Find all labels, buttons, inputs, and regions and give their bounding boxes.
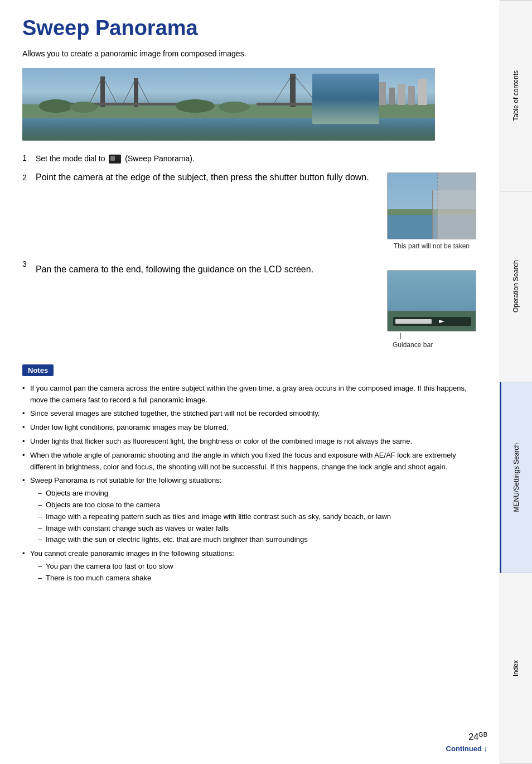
step-1: 1 Set the mode dial to (Sweep Panorama). (22, 153, 476, 165)
page-number: 24GB (468, 731, 487, 742)
svg-rect-21 (408, 86, 415, 105)
sidebar-tab-toc[interactable]: Table of contents (500, 0, 532, 191)
svg-rect-29 (388, 209, 476, 215)
svg-point-23 (39, 99, 72, 113)
svg-rect-20 (398, 84, 405, 105)
svg-rect-0 (22, 68, 435, 107)
unsuitable-item-3: Image with a repeating pattern such as t… (38, 511, 476, 523)
cannot-create-item-2: There is too much camera shake (38, 573, 476, 584)
step-2-caption: This part will not be taken (394, 242, 470, 250)
step-2-container: Point the camera at the edge of the subj… (36, 172, 476, 250)
step-2-number: 2 (22, 172, 36, 182)
svg-line-14 (318, 76, 337, 104)
cannot-create-list: You pan the camera too fast or too slow … (30, 561, 476, 584)
note-item-7: You cannot create panoramic images in th… (22, 548, 476, 584)
note-item-1: If you cannot pan the camera across the … (22, 383, 476, 406)
notes-header: Notes (22, 364, 54, 376)
sidebar-tab-menu-label: MENU/Settings Search (512, 443, 521, 512)
camera-preview-image (387, 172, 476, 239)
step-2: 2 Point the camera at the edge of the su… (22, 172, 476, 250)
note-item-6: Sweep Panorama is not suitable for the f… (22, 475, 476, 546)
steps-section: 1 Set the mode dial to (Sweep Panorama).… (22, 153, 476, 349)
unsuitable-item-2: Objects are too close to the camera (38, 499, 476, 511)
svg-point-24 (70, 102, 98, 113)
step-1-text: Set the mode dial to (Sweep Panorama). (36, 153, 476, 165)
svg-rect-3 (100, 76, 105, 107)
note-item-4: Under lights that flicker such as fluore… (22, 436, 476, 448)
svg-rect-19 (389, 88, 395, 105)
step-3-container: Pan the camera to the end, following the… (36, 265, 476, 349)
step-2-image-block: This part will not be taken (387, 172, 476, 250)
sidebar-tab-operation[interactable]: Operation Search (500, 191, 532, 382)
page-title: Sweep Panorama (22, 17, 476, 40)
svg-rect-30 (438, 173, 476, 239)
notes-list: If you cannot pan the camera across the … (22, 383, 476, 584)
svg-rect-10 (290, 74, 296, 107)
right-sidebar: Table of contents Operation Search MENU/… (500, 0, 532, 764)
svg-rect-16 (257, 103, 374, 105)
svg-rect-18 (379, 82, 386, 105)
svg-rect-35 (395, 319, 432, 324)
sidebar-tab-menu[interactable]: MENU/Settings Search (500, 382, 532, 573)
svg-rect-1 (22, 116, 435, 141)
unsuitable-item-5: Image with the sun or electric lights, e… (38, 534, 476, 546)
svg-rect-17 (368, 85, 376, 105)
guidance-bar-label: Guidance bar (393, 341, 433, 349)
note-item-3: Under low light conditions, panoramic im… (22, 422, 476, 434)
sweep-unsuitable-list: Objects are moving Objects are too close… (30, 488, 476, 546)
page-footer: 24GB Continued ↓ (446, 731, 487, 753)
svg-rect-22 (418, 79, 427, 105)
step-3-image-block: Guidance bar (387, 265, 476, 349)
svg-line-15 (337, 76, 357, 104)
sidebar-tab-index-label: Index (512, 660, 521, 676)
notes-section: Notes If you cannot pan the camera acros… (22, 364, 476, 584)
unsuitable-item-4: Image with constant change such as waves… (38, 523, 476, 535)
step-2-text: Point the camera at the edge of the subj… (36, 172, 376, 182)
step-3-text: Pan the camera to the end, following the… (36, 265, 376, 275)
step-3-number: 3 (22, 259, 36, 268)
svg-rect-11 (335, 76, 340, 107)
cannot-create-item-1: You pan the camera too fast or too slow (38, 561, 476, 573)
sidebar-tab-operation-label: Operation Search (512, 260, 521, 313)
svg-point-25 (176, 99, 215, 113)
subtitle: Allows you to create a panoramic image f… (22, 49, 476, 58)
panorama-image (22, 68, 435, 141)
svg-point-26 (219, 102, 250, 113)
note-item-2: Since several images are stitched togeth… (22, 408, 476, 420)
sidebar-tab-toc-label: Table of contents (512, 70, 521, 121)
main-content: Sweep Panorama Allows you to create a pa… (0, 0, 499, 612)
note-item-5: When the whole angle of panoramic shooti… (22, 450, 476, 473)
continued-label: Continued ↓ (446, 744, 487, 753)
unsuitable-item-1: Objects are moving (38, 488, 476, 499)
sweep-panorama-mode-icon (109, 155, 121, 164)
step-3: 3 Pan the camera to the end, following t… (22, 259, 476, 349)
step-1-number: 1 (22, 153, 36, 162)
svg-rect-28 (388, 212, 476, 239)
sidebar-tab-index[interactable]: Index (500, 573, 532, 764)
guidance-image (387, 270, 476, 331)
